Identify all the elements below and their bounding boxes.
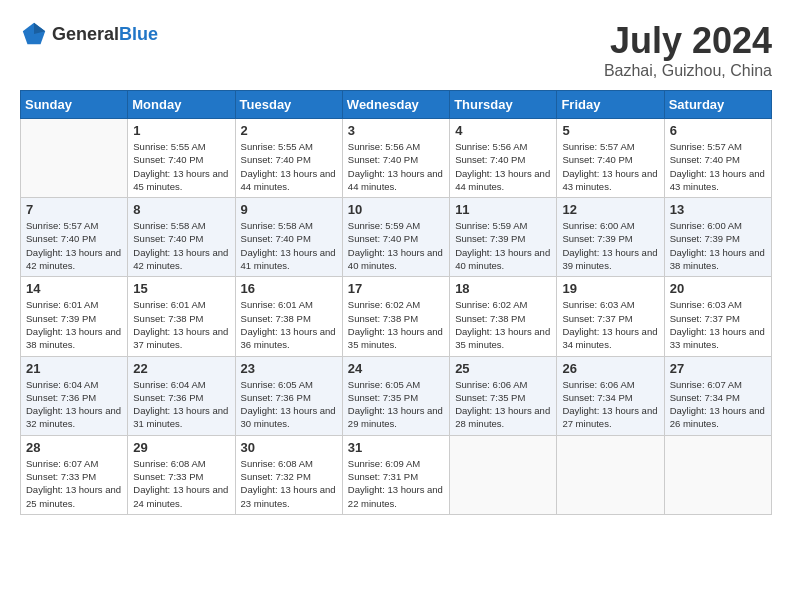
cell-w3-d2: 15Sunrise: 6:01 AMSunset: 7:38 PMDayligh… bbox=[128, 277, 235, 356]
cell-w4-d3: 23Sunrise: 6:05 AMSunset: 7:36 PMDayligh… bbox=[235, 356, 342, 435]
day-number: 3 bbox=[348, 123, 444, 138]
cell-w2-d2: 8Sunrise: 5:58 AMSunset: 7:40 PMDaylight… bbox=[128, 198, 235, 277]
day-number: 23 bbox=[241, 361, 337, 376]
day-number: 31 bbox=[348, 440, 444, 455]
cell-w5-d5 bbox=[450, 435, 557, 514]
day-info: Sunrise: 6:02 AMSunset: 7:38 PMDaylight:… bbox=[455, 298, 551, 351]
day-number: 30 bbox=[241, 440, 337, 455]
day-info: Sunrise: 5:57 AMSunset: 7:40 PMDaylight:… bbox=[670, 140, 766, 193]
day-info: Sunrise: 6:01 AMSunset: 7:39 PMDaylight:… bbox=[26, 298, 122, 351]
day-number: 19 bbox=[562, 281, 658, 296]
day-number: 18 bbox=[455, 281, 551, 296]
cell-w1-d7: 6Sunrise: 5:57 AMSunset: 7:40 PMDaylight… bbox=[664, 119, 771, 198]
day-info: Sunrise: 5:55 AMSunset: 7:40 PMDaylight:… bbox=[241, 140, 337, 193]
cell-w5-d3: 30Sunrise: 6:08 AMSunset: 7:32 PMDayligh… bbox=[235, 435, 342, 514]
day-info: Sunrise: 6:01 AMSunset: 7:38 PMDaylight:… bbox=[133, 298, 229, 351]
day-number: 16 bbox=[241, 281, 337, 296]
cell-w1-d3: 2Sunrise: 5:55 AMSunset: 7:40 PMDaylight… bbox=[235, 119, 342, 198]
day-number: 28 bbox=[26, 440, 122, 455]
day-number: 12 bbox=[562, 202, 658, 217]
title-block: July 2024 Bazhai, Guizhou, China bbox=[604, 20, 772, 80]
cell-w3-d4: 17Sunrise: 6:02 AMSunset: 7:38 PMDayligh… bbox=[342, 277, 449, 356]
day-info: Sunrise: 5:59 AMSunset: 7:40 PMDaylight:… bbox=[348, 219, 444, 272]
day-number: 17 bbox=[348, 281, 444, 296]
day-info: Sunrise: 5:58 AMSunset: 7:40 PMDaylight:… bbox=[133, 219, 229, 272]
cell-w4-d1: 21Sunrise: 6:04 AMSunset: 7:36 PMDayligh… bbox=[21, 356, 128, 435]
day-number: 21 bbox=[26, 361, 122, 376]
cell-w3-d6: 19Sunrise: 6:03 AMSunset: 7:37 PMDayligh… bbox=[557, 277, 664, 356]
col-friday: Friday bbox=[557, 91, 664, 119]
calendar-title: July 2024 bbox=[604, 20, 772, 62]
cell-w1-d2: 1Sunrise: 5:55 AMSunset: 7:40 PMDaylight… bbox=[128, 119, 235, 198]
week-row-1: 1Sunrise: 5:55 AMSunset: 7:40 PMDaylight… bbox=[21, 119, 772, 198]
day-info: Sunrise: 6:05 AMSunset: 7:35 PMDaylight:… bbox=[348, 378, 444, 431]
day-info: Sunrise: 6:02 AMSunset: 7:38 PMDaylight:… bbox=[348, 298, 444, 351]
day-number: 10 bbox=[348, 202, 444, 217]
day-info: Sunrise: 5:58 AMSunset: 7:40 PMDaylight:… bbox=[241, 219, 337, 272]
cell-w5-d7 bbox=[664, 435, 771, 514]
cell-w4-d5: 25Sunrise: 6:06 AMSunset: 7:35 PMDayligh… bbox=[450, 356, 557, 435]
day-info: Sunrise: 6:03 AMSunset: 7:37 PMDaylight:… bbox=[670, 298, 766, 351]
day-info: Sunrise: 6:01 AMSunset: 7:38 PMDaylight:… bbox=[241, 298, 337, 351]
day-info: Sunrise: 6:07 AMSunset: 7:33 PMDaylight:… bbox=[26, 457, 122, 510]
cell-w2-d5: 11Sunrise: 5:59 AMSunset: 7:39 PMDayligh… bbox=[450, 198, 557, 277]
page-header: GeneralBlue July 2024 Bazhai, Guizhou, C… bbox=[20, 20, 772, 80]
day-number: 27 bbox=[670, 361, 766, 376]
day-info: Sunrise: 6:00 AMSunset: 7:39 PMDaylight:… bbox=[670, 219, 766, 272]
cell-w4-d6: 26Sunrise: 6:06 AMSunset: 7:34 PMDayligh… bbox=[557, 356, 664, 435]
day-info: Sunrise: 6:00 AMSunset: 7:39 PMDaylight:… bbox=[562, 219, 658, 272]
week-row-4: 21Sunrise: 6:04 AMSunset: 7:36 PMDayligh… bbox=[21, 356, 772, 435]
day-info: Sunrise: 5:55 AMSunset: 7:40 PMDaylight:… bbox=[133, 140, 229, 193]
day-number: 22 bbox=[133, 361, 229, 376]
day-number: 1 bbox=[133, 123, 229, 138]
day-info: Sunrise: 6:03 AMSunset: 7:37 PMDaylight:… bbox=[562, 298, 658, 351]
day-info: Sunrise: 5:56 AMSunset: 7:40 PMDaylight:… bbox=[348, 140, 444, 193]
logo-text: GeneralBlue bbox=[52, 24, 158, 45]
day-info: Sunrise: 5:57 AMSunset: 7:40 PMDaylight:… bbox=[26, 219, 122, 272]
cell-w4-d2: 22Sunrise: 6:04 AMSunset: 7:36 PMDayligh… bbox=[128, 356, 235, 435]
day-info: Sunrise: 5:59 AMSunset: 7:39 PMDaylight:… bbox=[455, 219, 551, 272]
day-number: 7 bbox=[26, 202, 122, 217]
cell-w5-d1: 28Sunrise: 6:07 AMSunset: 7:33 PMDayligh… bbox=[21, 435, 128, 514]
logo-general: General bbox=[52, 24, 119, 44]
cell-w1-d1 bbox=[21, 119, 128, 198]
day-number: 15 bbox=[133, 281, 229, 296]
day-info: Sunrise: 6:07 AMSunset: 7:34 PMDaylight:… bbox=[670, 378, 766, 431]
logo-blue: Blue bbox=[119, 24, 158, 44]
col-thursday: Thursday bbox=[450, 91, 557, 119]
cell-w3-d5: 18Sunrise: 6:02 AMSunset: 7:38 PMDayligh… bbox=[450, 277, 557, 356]
cell-w5-d4: 31Sunrise: 6:09 AMSunset: 7:31 PMDayligh… bbox=[342, 435, 449, 514]
cell-w2-d3: 9Sunrise: 5:58 AMSunset: 7:40 PMDaylight… bbox=[235, 198, 342, 277]
day-info: Sunrise: 6:08 AMSunset: 7:33 PMDaylight:… bbox=[133, 457, 229, 510]
day-number: 26 bbox=[562, 361, 658, 376]
cell-w5-d2: 29Sunrise: 6:08 AMSunset: 7:33 PMDayligh… bbox=[128, 435, 235, 514]
day-info: Sunrise: 6:05 AMSunset: 7:36 PMDaylight:… bbox=[241, 378, 337, 431]
cell-w4-d7: 27Sunrise: 6:07 AMSunset: 7:34 PMDayligh… bbox=[664, 356, 771, 435]
cell-w2-d1: 7Sunrise: 5:57 AMSunset: 7:40 PMDaylight… bbox=[21, 198, 128, 277]
day-number: 24 bbox=[348, 361, 444, 376]
day-info: Sunrise: 6:08 AMSunset: 7:32 PMDaylight:… bbox=[241, 457, 337, 510]
day-number: 29 bbox=[133, 440, 229, 455]
col-sunday: Sunday bbox=[21, 91, 128, 119]
calendar-location: Bazhai, Guizhou, China bbox=[604, 62, 772, 80]
week-row-5: 28Sunrise: 6:07 AMSunset: 7:33 PMDayligh… bbox=[21, 435, 772, 514]
col-monday: Monday bbox=[128, 91, 235, 119]
day-info: Sunrise: 5:57 AMSunset: 7:40 PMDaylight:… bbox=[562, 140, 658, 193]
week-row-3: 14Sunrise: 6:01 AMSunset: 7:39 PMDayligh… bbox=[21, 277, 772, 356]
cell-w4-d4: 24Sunrise: 6:05 AMSunset: 7:35 PMDayligh… bbox=[342, 356, 449, 435]
day-info: Sunrise: 6:04 AMSunset: 7:36 PMDaylight:… bbox=[133, 378, 229, 431]
day-number: 11 bbox=[455, 202, 551, 217]
logo-icon bbox=[20, 20, 48, 48]
cell-w3-d3: 16Sunrise: 6:01 AMSunset: 7:38 PMDayligh… bbox=[235, 277, 342, 356]
day-info: Sunrise: 6:06 AMSunset: 7:34 PMDaylight:… bbox=[562, 378, 658, 431]
cell-w1-d4: 3Sunrise: 5:56 AMSunset: 7:40 PMDaylight… bbox=[342, 119, 449, 198]
day-info: Sunrise: 5:56 AMSunset: 7:40 PMDaylight:… bbox=[455, 140, 551, 193]
calendar-body: 1Sunrise: 5:55 AMSunset: 7:40 PMDaylight… bbox=[21, 119, 772, 515]
day-number: 2 bbox=[241, 123, 337, 138]
day-number: 13 bbox=[670, 202, 766, 217]
day-number: 4 bbox=[455, 123, 551, 138]
logo: GeneralBlue bbox=[20, 20, 158, 48]
cell-w2-d6: 12Sunrise: 6:00 AMSunset: 7:39 PMDayligh… bbox=[557, 198, 664, 277]
cell-w3-d7: 20Sunrise: 6:03 AMSunset: 7:37 PMDayligh… bbox=[664, 277, 771, 356]
day-number: 6 bbox=[670, 123, 766, 138]
